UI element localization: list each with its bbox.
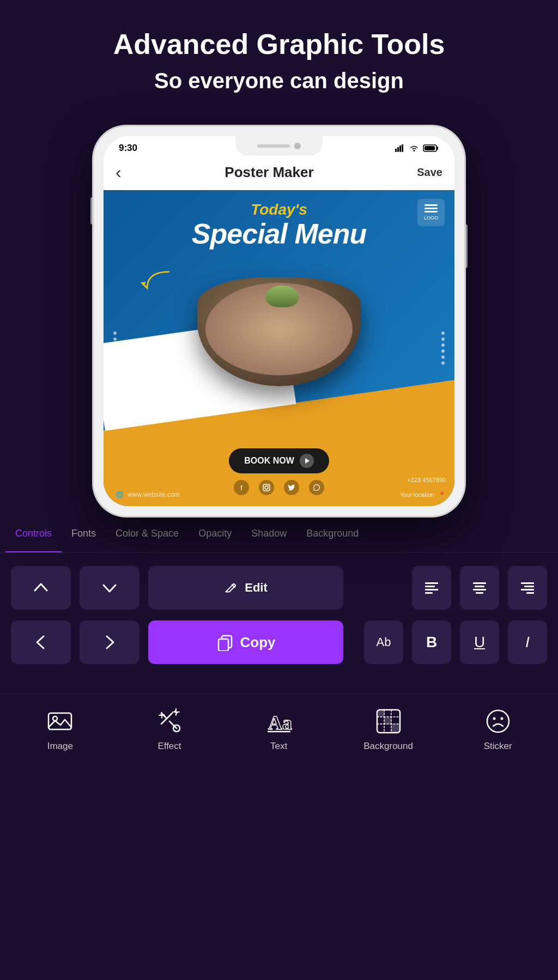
bottom-toolbar: Image Effect Aa [0,693,558,768]
phone-frame: 9:30 [94,126,464,516]
align-left-button[interactable] [412,566,451,610]
poster-logo: LOGO [417,199,445,226]
svg-point-4 [414,150,415,151]
book-now-label: BOOK NOW [244,456,294,466]
svg-rect-15 [425,589,438,591]
svg-line-12 [232,585,235,588]
poster-location: Your location 📍 [400,491,446,498]
move-up-button[interactable] [11,566,71,610]
dot [441,338,445,341]
dot [113,344,117,347]
poster-dots-right [441,332,445,365]
svg-line-30 [167,713,172,719]
poster-today-label: Today's [251,201,307,218]
edit-icon [224,580,239,595]
underline-button[interactable]: U [460,620,499,664]
tab-color-space[interactable]: Color & Space [106,516,189,552]
logo-label: LOGO [424,215,438,221]
dot [113,332,117,335]
chevron-down-icon [100,579,119,597]
toolbar-label-image: Image [47,741,73,752]
background-icon [374,707,403,735]
svg-rect-0 [395,149,397,152]
chevron-left-icon [32,633,50,652]
controls-body: Edit [0,553,558,688]
svg-rect-27 [48,713,71,729]
copy-label: Copy [240,634,276,651]
svg-rect-17 [473,582,486,584]
tab-fonts[interactable]: Fonts [62,516,106,552]
svg-rect-19 [473,589,486,591]
poster-social: f [234,480,324,495]
italic-button[interactable]: I [508,620,547,664]
camera [294,143,301,149]
toolbar-label-sticker: Sticker [484,741,512,752]
dot [441,350,445,353]
copy-button[interactable]: Copy [148,620,343,664]
bold-button[interactable]: B [412,620,451,664]
dot [113,350,117,353]
controls-row-1: Edit [11,566,547,610]
svg-rect-18 [475,586,484,587]
save-button[interactable]: Save [417,166,442,179]
svg-rect-16 [425,592,433,594]
status-time: 9:30 [119,143,137,154]
text-case-button[interactable]: Ab [364,620,403,664]
dot [113,362,117,365]
poster-phone-number: +123 4567890 [407,477,446,483]
svg-line-31 [161,719,167,724]
svg-rect-6 [436,147,438,150]
tab-shadow[interactable]: Shadow [241,516,296,552]
arrow-decoration-1 [136,266,180,299]
svg-rect-22 [524,586,534,587]
sub-title: So everyone can design [11,68,547,94]
chevron-right-icon [100,633,119,652]
phone-wrapper: 9:30 [94,126,464,516]
controls-section: Controls Fonts Color & Space Opacity Sha… [0,516,558,688]
dot [441,332,445,335]
edit-label: Edit [245,581,268,595]
signal-icon [395,144,405,152]
svg-rect-24 [526,592,534,594]
dot [113,338,117,341]
poster-special-menu: Special Menu [192,217,366,250]
move-down-button[interactable] [80,566,140,610]
svg-text:Aa: Aa [268,712,292,734]
move-right-button[interactable] [80,620,140,664]
text-icon: Aa [265,707,293,735]
align-center-button[interactable] [460,566,499,610]
back-button[interactable]: ‹ [116,162,122,182]
poster-food-bowl [192,277,366,397]
instagram-icon [259,480,274,495]
controls-tabs: Controls Fonts Color & Space Opacity Sha… [0,516,558,553]
svg-rect-14 [425,586,435,587]
move-left-button[interactable] [11,620,71,664]
tab-opacity[interactable]: Opacity [189,516,241,552]
toolbar-item-sticker[interactable]: Sticker [474,707,523,752]
controls-row-2: Copy Ab B U I [11,620,547,664]
svg-point-50 [487,710,509,732]
svg-rect-49 [384,717,391,724]
tab-background[interactable]: Background [296,516,368,552]
status-icons [395,144,439,152]
svg-rect-48 [391,724,400,733]
edit-button[interactable]: Edit [148,566,343,610]
poster-canvas: LOGO [104,190,454,506]
effect-icon [155,707,184,735]
toolbar-item-text[interactable]: Aa Text [254,707,304,752]
svg-rect-13 [425,582,438,584]
svg-marker-8 [305,458,310,464]
svg-rect-7 [424,146,435,150]
toolbar-item-background[interactable]: Background [363,707,413,752]
align-right-button[interactable] [508,566,547,610]
battery-icon [423,144,439,152]
toolbar-item-image[interactable]: Image [35,707,84,752]
tab-controls[interactable]: Controls [5,516,62,552]
dot [441,362,445,365]
logo-line-2 [424,208,438,209]
toolbar-item-effect[interactable]: Effect [145,707,194,752]
bowl-shape [197,277,361,386]
book-now-button[interactable]: BOOK NOW [229,448,329,473]
align-group [352,566,547,610]
svg-point-51 [493,717,495,720]
